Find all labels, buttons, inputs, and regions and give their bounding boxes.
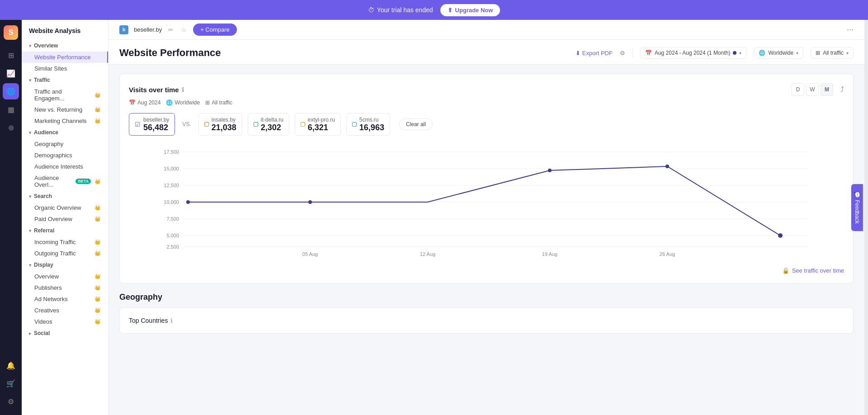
- crown-icon: 👑: [94, 274, 101, 279]
- nav-item-marketing-channels[interactable]: Marketing Channels 👑: [22, 115, 108, 127]
- visits-chart-card: Visits over time ℹ D W M ⤴ 📅 Aug 2024: [119, 74, 854, 283]
- nav-item-audience-interests[interactable]: Audience Interests: [22, 161, 108, 172]
- divider: [632, 48, 633, 57]
- nav-item-display-overview[interactable]: Overview 👑: [22, 271, 108, 282]
- date-range-picker[interactable]: 📅 Aug 2024 - Aug 2024 (1 Month) ▾: [640, 47, 746, 59]
- site-name: beseller.by: [134, 26, 162, 33]
- see-traffic-link[interactable]: 🔒 See traffic over time: [129, 267, 844, 274]
- settings-icon[interactable]: ⚙: [620, 50, 625, 57]
- feedback-icon: 💬: [854, 191, 860, 198]
- sub-header: b beseller.by ✏ ☆ + Compare ···: [108, 20, 864, 40]
- nav-item-creatives[interactable]: Creatives 👑: [22, 305, 108, 316]
- export-pdf-button[interactable]: ⬇ Export PDF: [576, 50, 613, 57]
- color-dot: [301, 122, 305, 127]
- filter-icon: ⊞: [205, 99, 210, 106]
- check-icon: ☑: [135, 121, 141, 128]
- nav-item-outgoing-traffic[interactable]: Outgoing Traffic 👑: [22, 248, 108, 259]
- nav-item-website-performance[interactable]: Website Performance: [22, 52, 108, 63]
- page-title: Website Performance: [119, 47, 221, 59]
- nav-icon-grid[interactable]: ⊞: [3, 47, 19, 63]
- chevron-down-icon: ▾: [29, 130, 31, 135]
- nav-icon-bar[interactable]: ▦: [3, 101, 19, 118]
- svg-text:19 Aug: 19 Aug: [542, 251, 557, 257]
- compare-item-insales[interactable]: insales.by 21,038: [198, 113, 242, 136]
- svg-text:12,500: 12,500: [164, 183, 179, 188]
- site-favicon: b: [119, 25, 128, 34]
- time-btn-d[interactable]: D: [792, 83, 804, 96]
- nav-icon-chart[interactable]: 📈: [3, 65, 19, 81]
- nav-item-videos[interactable]: Videos 👑: [22, 316, 108, 327]
- upgrade-button[interactable]: ⬆ Upgrade Now: [440, 4, 500, 16]
- nav-section-display[interactable]: ▾ Display: [22, 259, 108, 271]
- nav-item-new-returning[interactable]: New vs. Returning 👑: [22, 104, 108, 115]
- chart-header: Visits over time ℹ D W M ⤴: [129, 83, 844, 96]
- star-icon[interactable]: ☆: [180, 25, 188, 34]
- scrollbar[interactable]: [864, 20, 868, 415]
- nav-item-ad-networks[interactable]: Ad Networks 👑: [22, 293, 108, 305]
- nav-section-referral[interactable]: ▾ Referral: [22, 225, 108, 236]
- chart-title: Visits over time ℹ: [129, 86, 184, 94]
- chevron-right-icon: ▸: [29, 331, 31, 336]
- svg-text:5,000: 5,000: [166, 233, 179, 238]
- geography-card: Top Countries ℹ: [119, 307, 854, 334]
- share-icon[interactable]: ⤴: [840, 85, 844, 94]
- nav-item-paid-overview[interactable]: Paid Overview 👑: [22, 213, 108, 225]
- compare-item-main[interactable]: ☑ beseller.by 56,482: [129, 113, 175, 136]
- nav-section-social[interactable]: ▸ Social: [22, 327, 108, 339]
- nav-section-overview[interactable]: ▾ Overview: [22, 40, 108, 52]
- app-title: Website Analysis: [22, 25, 108, 40]
- content-area: Visits over time ℹ D W M ⤴ 📅 Aug 2024: [108, 65, 864, 352]
- page-header-actions: ⬇ Export PDF ⚙ 📅 Aug 2024 - Aug 2024 (1 …: [576, 47, 854, 59]
- compare-button[interactable]: + Compare: [193, 24, 237, 36]
- data-point: [665, 165, 669, 168]
- chevron-down-icon: ▾: [739, 51, 741, 56]
- clear-all-button[interactable]: Clear all: [399, 118, 433, 130]
- compare-item-extyl[interactable]: extyl-pro.ru 6,321: [295, 113, 341, 136]
- color-dot: [352, 122, 357, 127]
- svg-text:7,500: 7,500: [166, 216, 179, 222]
- nav-item-traffic-engagement[interactable]: Traffic and Engagem... 👑: [22, 86, 108, 104]
- crown-icon: 👑: [94, 205, 101, 211]
- nav-section-traffic[interactable]: ▾ Traffic: [22, 74, 108, 86]
- svg-text:12 Aug: 12 Aug: [420, 251, 435, 257]
- nav-icon-cart[interactable]: 🛒: [3, 375, 19, 391]
- feedback-tab[interactable]: 💬 Feedback: [851, 184, 863, 231]
- crown-icon: 👑: [94, 107, 101, 113]
- info-icon[interactable]: ℹ: [170, 317, 173, 324]
- nav-icon-settings[interactable]: ⚙: [3, 393, 19, 410]
- info-icon[interactable]: ℹ: [182, 86, 184, 93]
- nav-icon-globe[interactable]: 🌐: [3, 83, 19, 99]
- nav-section-search[interactable]: ▾ Search: [22, 190, 108, 202]
- chart-meta: 📅 Aug 2024 🌐 Worldwide ⊞ All traffic: [129, 99, 844, 106]
- nav-item-geography[interactable]: Geography: [22, 138, 108, 150]
- app-logo[interactable]: S: [4, 25, 18, 40]
- nav-icon-puzzle[interactable]: ⊛: [3, 119, 19, 136]
- nav-item-demographics[interactable]: Demographics: [22, 150, 108, 161]
- chevron-down-icon: ▾: [29, 43, 31, 48]
- compare-item-it-delta[interactable]: it-delta.ru 2,302: [248, 113, 289, 136]
- svg-text:10,000: 10,000: [164, 199, 179, 205]
- top-countries-title: Top Countries ℹ: [129, 317, 844, 324]
- nav-item-publishers[interactable]: Publishers 👑: [22, 282, 108, 293]
- nav-item-organic-overview[interactable]: Organic Overview 👑: [22, 202, 108, 213]
- crown-icon: 👑: [94, 118, 101, 124]
- upgrade-icon: ⬆: [448, 7, 453, 14]
- chevron-down-icon: ▾: [796, 51, 798, 56]
- nav-item-audience-overlap[interactable]: Audience Overl... BETA 👑: [22, 172, 108, 190]
- nav-section-audience[interactable]: ▾ Audience: [22, 127, 108, 138]
- time-btn-w[interactable]: W: [806, 83, 819, 96]
- nav-icon-bell[interactable]: 🔔: [3, 357, 19, 373]
- geo-picker[interactable]: 🌐 Worldwide ▾: [754, 47, 803, 59]
- time-btn-m[interactable]: M: [821, 83, 833, 96]
- nav-item-similar-sites[interactable]: Similar Sites: [22, 63, 108, 74]
- more-options-button[interactable]: ···: [847, 25, 854, 34]
- compare-item-5cms[interactable]: 5cms.ru 16,963: [346, 113, 390, 136]
- crown-icon: 👑: [94, 296, 101, 302]
- nav-item-incoming-traffic[interactable]: Incoming Traffic 👑: [22, 236, 108, 248]
- svg-text:26 Aug: 26 Aug: [660, 251, 675, 257]
- color-dot: [254, 122, 258, 127]
- calendar-icon: 📅: [645, 50, 652, 56]
- edit-icon[interactable]: ✏: [167, 25, 175, 34]
- color-dot: [204, 122, 209, 127]
- traffic-picker[interactable]: ⊞ All traffic ▾: [811, 47, 854, 59]
